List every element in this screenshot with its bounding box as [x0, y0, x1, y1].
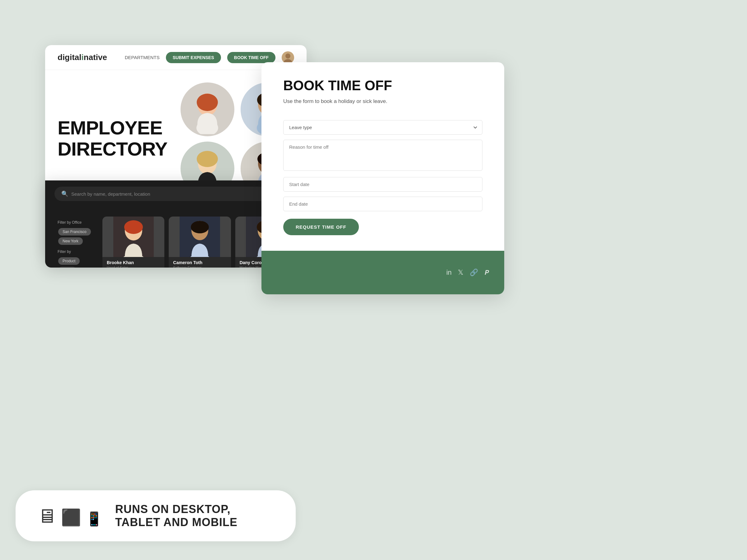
filter-sidebar: Filter by Office San Francisco New York … — [54, 216, 95, 268]
employee-role-1: Software Engineer — [173, 266, 226, 268]
timeoff-start-input[interactable] — [283, 177, 483, 192]
svg-point-9 — [197, 151, 218, 167]
employee-card-1[interactable]: Cameron Toth Software Engineer — [169, 216, 231, 268]
pinterest-icon[interactable]: 𝙋 — [484, 268, 489, 276]
request-time-off-button[interactable]: REQUEST TIME OFF — [283, 219, 359, 235]
search-bar[interactable]: 🔍 Search by name, department, location — [54, 187, 297, 201]
banner-text: RUNS ON DESKTOP, TABLET AND MOBILE — [115, 503, 274, 529]
timeoff-subtitle: Use the form to book a holiday or sick l… — [283, 98, 483, 105]
timeoff-end-input[interactable] — [283, 196, 483, 211]
book-time-off-nav-button[interactable]: BOOK TIME OFF — [227, 52, 276, 63]
tablet-icon: ⬛ — [61, 508, 81, 527]
timeoff-subtitle-text: Use the form to book a holiday or sick l… — [283, 98, 387, 104]
twitter-icon[interactable]: 𝕏 — [458, 268, 463, 276]
departments-link[interactable]: DEPARTMENTS — [125, 55, 160, 60]
filter-new-york[interactable]: New York — [58, 237, 83, 245]
hero-title: EMPLOYEE DIRECTORY — [58, 117, 168, 160]
bottom-banner: 🖥 ⬛ 📱 RUNS ON DESKTOP, TABLET AND MOBILE — [16, 490, 296, 541]
logo-text-start: digital — [58, 53, 81, 62]
svg-point-16 — [124, 220, 143, 234]
employee-card-0[interactable]: Brooke Khan Head of Sales — [102, 216, 164, 268]
nav-links: DEPARTMENTS SUBMIT EXPENSES BOOK TIME OF… — [125, 51, 294, 64]
timeoff-card: BOOK TIME OFF Use the form to book a hol… — [261, 62, 504, 294]
svg-point-0 — [285, 54, 290, 58]
filter-san-francisco[interactable]: San Francisco — [58, 228, 91, 236]
employee-role-0: Head of Sales — [107, 266, 160, 268]
linkedin-box-icon[interactable]: 🔗 — [470, 268, 478, 276]
desktop-icon: 🖥 — [37, 505, 57, 527]
linkedin-icon[interactable]: in — [446, 268, 452, 276]
employee-info-0: Brooke Khan Head of Sales — [102, 257, 164, 268]
hero-image-1 — [181, 82, 234, 136]
submit-expenses-button[interactable]: SUBMIT EXPENSES — [166, 52, 221, 63]
dept-filter-label: Filter by — [58, 249, 95, 254]
timeoff-reason-textarea[interactable] — [283, 140, 483, 171]
svg-point-20 — [191, 221, 209, 233]
timeoff-header: BOOK TIME OFF Use the form to book a hol… — [261, 62, 504, 114]
timeoff-form: Leave type Holiday Sick Leave REQUEST TI… — [261, 114, 504, 251]
timeoff-footer: in 𝕏 🔗 𝙋 — [261, 251, 504, 294]
svg-point-3 — [197, 94, 218, 111]
employee-name-0: Brooke Khan — [107, 260, 160, 265]
logo-text-end: native — [84, 53, 107, 62]
employee-name-1: Cameron Toth — [173, 260, 226, 265]
search-placeholder: Search by name, department, location — [71, 191, 150, 196]
user-avatar[interactable] — [282, 51, 294, 64]
leave-type-select[interactable]: Leave type Holiday Sick Leave — [283, 120, 483, 135]
logo: digitalinative — [58, 53, 107, 62]
filter-sales[interactable]: Sales — [58, 267, 76, 268]
employee-info-1: Cameron Toth Software Engineer — [169, 257, 231, 268]
logo-dot: i — [81, 53, 84, 62]
office-filter-label: Filter by Office — [58, 220, 95, 224]
search-icon: 🔍 — [61, 190, 68, 197]
employee-img-0 — [102, 216, 164, 257]
hero-text: EMPLOYEE DIRECTORY — [58, 82, 171, 194]
device-icons: 🖥 ⬛ 📱 — [37, 505, 103, 527]
filter-product[interactable]: Product — [58, 257, 80, 265]
timeoff-title: BOOK TIME OFF — [283, 78, 483, 93]
employee-img-1 — [169, 216, 231, 257]
mobile-icon: 📱 — [85, 511, 103, 527]
